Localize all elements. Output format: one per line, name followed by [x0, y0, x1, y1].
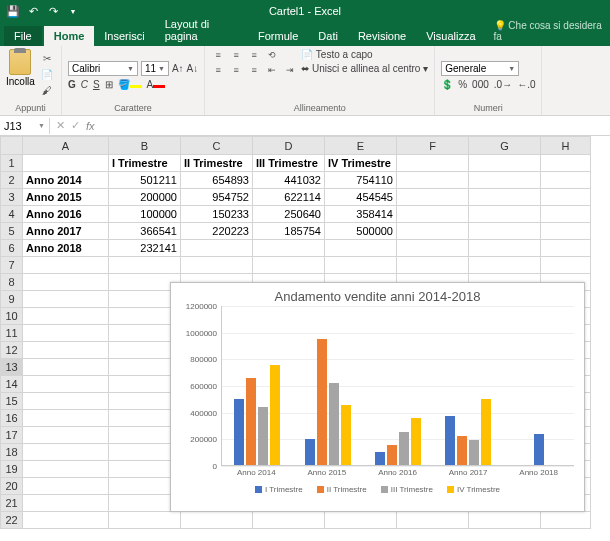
cell-B5[interactable]: 366541	[109, 223, 181, 240]
cell-C22[interactable]	[181, 512, 253, 529]
decrease-font-icon[interactable]: A↓	[187, 63, 199, 74]
increase-font-icon[interactable]: A↑	[172, 63, 184, 74]
embedded-chart[interactable]: Andamento vendite anni 2014-2018 0200000…	[170, 282, 585, 512]
cell-C6[interactable]	[181, 240, 253, 257]
align-middle-icon[interactable]: ≡	[229, 49, 243, 61]
cell-F4[interactable]	[397, 206, 469, 223]
cell-F22[interactable]	[397, 512, 469, 529]
name-box[interactable]: J13▼	[0, 118, 50, 134]
cell-G4[interactable]	[469, 206, 541, 223]
spreadsheet-grid[interactable]: ABCDEFGH1I TrimestreII TrimestreIII Trim…	[0, 136, 610, 541]
cell-E22[interactable]	[325, 512, 397, 529]
cell-H4[interactable]	[541, 206, 591, 223]
cell-F1[interactable]	[397, 155, 469, 172]
cell-F3[interactable]	[397, 189, 469, 206]
cell-E2[interactable]: 754110	[325, 172, 397, 189]
cell-A16[interactable]	[23, 410, 109, 427]
save-icon[interactable]: 💾	[6, 4, 20, 18]
decrease-decimal-icon[interactable]: ←.0	[517, 79, 535, 90]
undo-icon[interactable]: ↶	[26, 4, 40, 18]
cell-C2[interactable]: 654893	[181, 172, 253, 189]
cell-B1[interactable]: I Trimestre	[109, 155, 181, 172]
cell-A17[interactable]	[23, 427, 109, 444]
cell-A3[interactable]: Anno 2015	[23, 189, 109, 206]
tab-insert[interactable]: Inserisci	[94, 26, 154, 46]
cell-E3[interactable]: 454545	[325, 189, 397, 206]
cell-C7[interactable]	[181, 257, 253, 274]
indent-increase-icon[interactable]: ⇥	[283, 64, 297, 76]
italic-button[interactable]: C	[81, 79, 88, 90]
col-header-D[interactable]: D	[253, 137, 325, 155]
col-header-A[interactable]: A	[23, 137, 109, 155]
cell-H1[interactable]	[541, 155, 591, 172]
tab-data[interactable]: Dati	[308, 26, 348, 46]
row-header-11[interactable]: 11	[1, 325, 23, 342]
font-name-combo[interactable]: Calibri▼	[68, 61, 138, 76]
fill-color-icon[interactable]: 🪣	[118, 79, 142, 90]
cell-A10[interactable]	[23, 308, 109, 325]
cell-B22[interactable]	[109, 512, 181, 529]
cell-D1[interactable]: III Trimestre	[253, 155, 325, 172]
currency-icon[interactable]: 💲	[441, 79, 453, 90]
cell-F5[interactable]	[397, 223, 469, 240]
cell-G7[interactable]	[469, 257, 541, 274]
tab-file[interactable]: File	[4, 26, 42, 46]
align-center-icon[interactable]: ≡	[229, 64, 243, 76]
cell-F6[interactable]	[397, 240, 469, 257]
paste-icon[interactable]	[9, 49, 31, 75]
row-header-16[interactable]: 16	[1, 410, 23, 427]
cell-B6[interactable]: 232141	[109, 240, 181, 257]
cell-D5[interactable]: 185754	[253, 223, 325, 240]
cell-B7[interactable]	[109, 257, 181, 274]
row-header-10[interactable]: 10	[1, 308, 23, 325]
row-header-5[interactable]: 5	[1, 223, 23, 240]
cell-F7[interactable]	[397, 257, 469, 274]
cell-H2[interactable]	[541, 172, 591, 189]
bold-button[interactable]: G	[68, 79, 76, 90]
border-icon[interactable]: ⊞	[105, 79, 113, 90]
cell-A20[interactable]	[23, 478, 109, 495]
col-header-F[interactable]: F	[397, 137, 469, 155]
number-format-combo[interactable]: Generale▼	[441, 61, 519, 76]
cell-E4[interactable]: 358414	[325, 206, 397, 223]
cell-D6[interactable]	[253, 240, 325, 257]
cell-C3[interactable]: 954752	[181, 189, 253, 206]
cell-A14[interactable]	[23, 376, 109, 393]
cell-A22[interactable]	[23, 512, 109, 529]
fx-icon[interactable]: fx	[86, 120, 95, 132]
row-header-8[interactable]: 8	[1, 274, 23, 291]
cell-G6[interactable]	[469, 240, 541, 257]
cell-G3[interactable]	[469, 189, 541, 206]
row-header-12[interactable]: 12	[1, 342, 23, 359]
row-header-18[interactable]: 18	[1, 444, 23, 461]
format-painter-icon[interactable]: 🖌	[39, 83, 55, 97]
tab-view[interactable]: Visualizza	[416, 26, 485, 46]
col-header-C[interactable]: C	[181, 137, 253, 155]
cell-G1[interactable]	[469, 155, 541, 172]
cell-E7[interactable]	[325, 257, 397, 274]
align-right-icon[interactable]: ≡	[247, 64, 261, 76]
merge-center-button[interactable]: ⬌ Unisci e allinea al centro ▾	[301, 63, 428, 74]
row-header-21[interactable]: 21	[1, 495, 23, 512]
cell-A5[interactable]: Anno 2017	[23, 223, 109, 240]
redo-icon[interactable]: ↷	[46, 4, 60, 18]
col-header-H[interactable]: H	[541, 137, 591, 155]
tab-layout[interactable]: Layout di pagina	[155, 14, 248, 46]
cell-A8[interactable]	[23, 274, 109, 291]
tab-review[interactable]: Revisione	[348, 26, 416, 46]
cell-D3[interactable]: 622114	[253, 189, 325, 206]
row-header-1[interactable]: 1	[1, 155, 23, 172]
cell-E6[interactable]	[325, 240, 397, 257]
row-header-7[interactable]: 7	[1, 257, 23, 274]
cell-E1[interactable]: IV Trimestre	[325, 155, 397, 172]
row-header-13[interactable]: 13	[1, 359, 23, 376]
fx-confirm-icon[interactable]: ✓	[71, 119, 80, 132]
cell-G22[interactable]	[469, 512, 541, 529]
cell-D4[interactable]: 250640	[253, 206, 325, 223]
tell-me[interactable]: 💡 Che cosa si desidera fa	[486, 16, 610, 46]
align-left-icon[interactable]: ≡	[211, 64, 225, 76]
cell-A1[interactable]	[23, 155, 109, 172]
cell-H6[interactable]	[541, 240, 591, 257]
row-header-2[interactable]: 2	[1, 172, 23, 189]
col-header-E[interactable]: E	[325, 137, 397, 155]
